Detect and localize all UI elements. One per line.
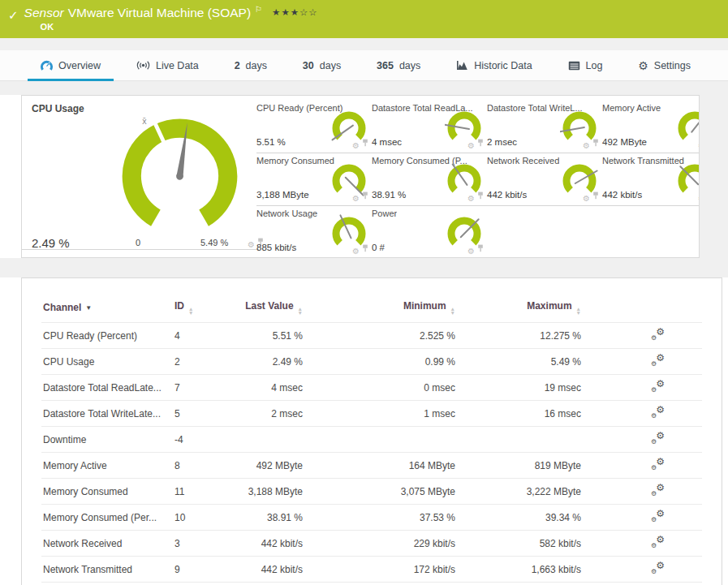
tab-label: Log xyxy=(586,60,603,71)
gauge-icon xyxy=(41,60,53,71)
gear-icon: ⚙ xyxy=(651,387,657,394)
tab-live-data[interactable]: Live Data xyxy=(131,50,204,80)
cell-max: 2,253 kbit/s xyxy=(455,583,581,585)
tab-number: 2 xyxy=(235,60,240,71)
table-row-cpu-usage: CPU Usage22.49 %0.99 %5.49 %⚙⚙ xyxy=(41,349,702,375)
gear-icon[interactable]: ⚙ xyxy=(467,247,475,256)
column-header-channel[interactable]: Channel▼ xyxy=(41,295,173,323)
channel-settings-gears-icon[interactable]: ⚙⚙ xyxy=(651,329,665,341)
cell-max: 16 msec xyxy=(455,401,581,427)
chart-icon xyxy=(456,60,468,71)
star-filled-icon[interactable]: ★ xyxy=(272,7,281,17)
cell-min: 164 MByte xyxy=(303,453,455,479)
column-label: Maximum xyxy=(527,300,571,312)
tab-log[interactable]: Log xyxy=(563,50,608,80)
channel-settings-gears-icon[interactable]: ⚙⚙ xyxy=(651,432,665,445)
gear-icon[interactable]: ⚙ xyxy=(352,195,360,203)
sort-icon: ▲▼ xyxy=(576,307,581,315)
cell-id: 6 xyxy=(173,583,239,585)
channel-settings-gears-icon[interactable]: ⚙⚙ xyxy=(651,458,665,471)
status-ok-check-icon: ✓ xyxy=(8,8,19,23)
cell-channel: CPU Usage xyxy=(41,349,173,375)
cell-min: 0 msec xyxy=(303,375,455,401)
gauge-value: 0 # xyxy=(372,243,385,252)
tab-365-days[interactable]: 365days xyxy=(372,50,425,80)
flag-icon[interactable]: ⚐ xyxy=(255,5,262,14)
gear-icon: ⚙ xyxy=(651,465,657,471)
gear-icon[interactable]: ⚙ xyxy=(467,142,475,150)
gauge-value: 442 kbit/s xyxy=(602,190,642,200)
cell-actions: ⚙⚙ xyxy=(581,583,702,585)
cell-channel: Datastore Total WriteLate... xyxy=(41,401,173,427)
gear-icon[interactable]: ⚙ xyxy=(352,142,360,150)
gauge-memory-active: Memory Active492 MByte⚙ xyxy=(602,101,700,153)
gear-icon[interactable]: ⚙ xyxy=(467,195,475,203)
cell-last: 4 msec xyxy=(239,375,303,401)
gauge-title: Network Transmitted xyxy=(602,156,684,166)
primary-gauge-title: CPU Usage xyxy=(32,103,84,114)
cell-max: 19 msec xyxy=(455,375,581,401)
cell-channel: Datastore Total ReadLate... xyxy=(41,375,173,401)
cell-max xyxy=(455,427,581,453)
star-outline-icon[interactable]: ☆ xyxy=(299,7,308,17)
column-header-minimum[interactable]: Minimum▲▼ xyxy=(303,295,455,323)
gauge-mini-actions: ⚙ xyxy=(352,188,368,203)
gauge-memory-consumed: Memory Consumed3,188 MByte⚙ xyxy=(256,153,372,206)
title-block: Sensor VMware Virtual Machine (SOAP) ⚐ ★… xyxy=(24,6,318,32)
gear-icon[interactable]: ⚙ xyxy=(583,195,590,203)
star-outline-icon[interactable]: ☆ xyxy=(308,7,317,17)
gear-icon: ⚙ xyxy=(656,405,665,415)
cell-max: 1,663 kbit/s xyxy=(455,557,581,583)
column-header-last-value[interactable]: Last Value▲▼ xyxy=(239,295,303,323)
star-filled-icon[interactable]: ★ xyxy=(291,7,299,17)
pin-icon[interactable] xyxy=(477,135,484,150)
cell-divider xyxy=(22,249,259,250)
gear-icon[interactable]: ⚙ xyxy=(583,142,590,150)
tab-settings[interactable]: ⚙Settings xyxy=(633,50,696,80)
pin-icon[interactable] xyxy=(362,188,368,203)
gauge-title: Network Received xyxy=(487,156,559,166)
tab-historic-data[interactable]: Historic Data xyxy=(451,50,537,80)
gauge-scale-min: 0 xyxy=(136,238,140,247)
cell-max: 5.49 % xyxy=(455,349,581,375)
channel-settings-gears-icon[interactable]: ⚙⚙ xyxy=(651,510,665,523)
channel-settings-gears-icon[interactable]: ⚙⚙ xyxy=(651,355,665,367)
table-row-memory-consumed-per: Memory Consumed (Per...1038.91 %37.53 %3… xyxy=(41,505,702,531)
tab-overview[interactable]: Overview xyxy=(36,50,106,80)
gauge-title: Network Usage xyxy=(256,209,317,218)
gear-icon: ⚙ xyxy=(651,413,657,419)
gauge-mini-actions: ⚙ xyxy=(467,188,484,203)
channel-settings-gears-icon[interactable]: ⚙⚙ xyxy=(651,406,665,419)
column-header-maximum[interactable]: Maximum▲▼ xyxy=(455,295,581,323)
star-filled-icon[interactable]: ★ xyxy=(281,7,290,17)
channel-settings-gears-icon[interactable]: ⚙⚙ xyxy=(651,381,665,393)
priority-stars[interactable]: ★★★☆☆ xyxy=(272,6,318,18)
table-row-memory-active: Memory Active8492 MByte164 MByte819 MByt… xyxy=(41,453,702,479)
table-row-network-received: Network Received3442 kbit/s229 kbit/s582… xyxy=(41,531,702,557)
tab-2-days[interactable]: 2days xyxy=(230,50,272,80)
pin-icon[interactable] xyxy=(477,188,484,203)
tab-30-days[interactable]: 30days xyxy=(298,50,346,80)
column-header-id[interactable]: ID▲▼ xyxy=(173,295,239,323)
pin-icon[interactable] xyxy=(592,135,599,150)
sort-icon: ▲▼ xyxy=(298,307,303,315)
pin-icon[interactable] xyxy=(477,241,484,256)
pin-icon[interactable] xyxy=(592,188,599,203)
tab-label: Overview xyxy=(58,60,101,71)
cell-actions: ⚙⚙ xyxy=(581,349,702,375)
broadcast-icon xyxy=(136,60,150,71)
page-title: VMware Virtual Machine (SOAP) xyxy=(68,6,251,20)
cell-max: 819 MByte xyxy=(455,453,581,479)
gear-icon: ⚙ xyxy=(638,60,648,71)
gear-icon[interactable]: ⚙ xyxy=(352,247,360,256)
gauge-value: 2 msec xyxy=(487,137,517,147)
channel-settings-gears-icon[interactable]: ⚙⚙ xyxy=(651,484,665,497)
pin-icon[interactable] xyxy=(362,135,368,150)
channel-settings-gears-icon[interactable]: ⚙⚙ xyxy=(651,562,665,574)
tab-label: Historic Data xyxy=(474,60,532,71)
channel-settings-gears-icon[interactable]: ⚙⚙ xyxy=(651,536,665,548)
pin-icon[interactable] xyxy=(362,241,368,256)
gear-icon[interactable]: ⚙ xyxy=(248,241,255,249)
cell-id: 2 xyxy=(173,349,239,375)
gauge-mini-actions: ⚙ xyxy=(352,241,368,256)
